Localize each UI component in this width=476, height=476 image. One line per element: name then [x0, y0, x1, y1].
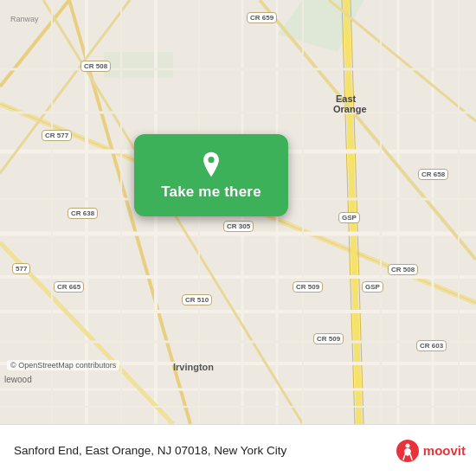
moovit-text: moovit [423, 443, 466, 458]
road-badge-cr508b: CR 508 [388, 264, 418, 275]
road-badge-gsp1: GSP [338, 212, 360, 223]
svg-point-44 [208, 157, 214, 163]
svg-point-46 [405, 443, 409, 447]
road-badge-cr510: CR 510 [182, 294, 212, 306]
road-badge-cr509a: CR 509 [293, 281, 323, 293]
road-badge-gsp2: GSP [362, 281, 383, 293]
road-badge-cr508: CR 508 [80, 61, 111, 72]
svg-text:Orange: Orange [333, 104, 367, 114]
moovit-logo: moovit [396, 439, 466, 463]
button-label: Take me there [161, 183, 261, 201]
take-me-there-button[interactable]: Take me there [134, 134, 288, 216]
svg-text:Ranway: Ranway [10, 15, 39, 23]
road-badge-cr659: CR 659 [247, 12, 277, 23]
location-pin-icon [197, 151, 225, 178]
moovit-logo-icon [396, 439, 420, 463]
road-badge-cr305: CR 305 [223, 221, 254, 232]
road-badge-cr603: CR 603 [416, 340, 447, 351]
road-badge-cr577: CR 577 [42, 130, 72, 141]
road-badge-577: 577 [12, 263, 30, 274]
road-badge-cr658: CR 658 [418, 169, 448, 180]
address-text: Sanford End, East Orange, NJ 07018, [14, 444, 210, 457]
svg-text:lewood: lewood [4, 375, 32, 384]
map-container: Ranway East Orange Irvington lewood CR 6… [0, 0, 476, 424]
osm-credit: © OpenStreetMap contributors [7, 360, 119, 370]
location-address: Sanford End, East Orange, NJ 07018, New … [14, 444, 396, 457]
svg-text:Irvington: Irvington [173, 362, 214, 372]
svg-text:East: East [336, 93, 357, 104]
road-badge-cr509b: CR 509 [313, 333, 344, 344]
bottom-bar: Sanford End, East Orange, NJ 07018, New … [0, 424, 476, 476]
road-badge-cr638: CR 638 [68, 208, 98, 219]
road-badge-cr665: CR 665 [54, 281, 84, 293]
city-text: New York City [214, 444, 286, 457]
svg-rect-3 [104, 52, 173, 78]
